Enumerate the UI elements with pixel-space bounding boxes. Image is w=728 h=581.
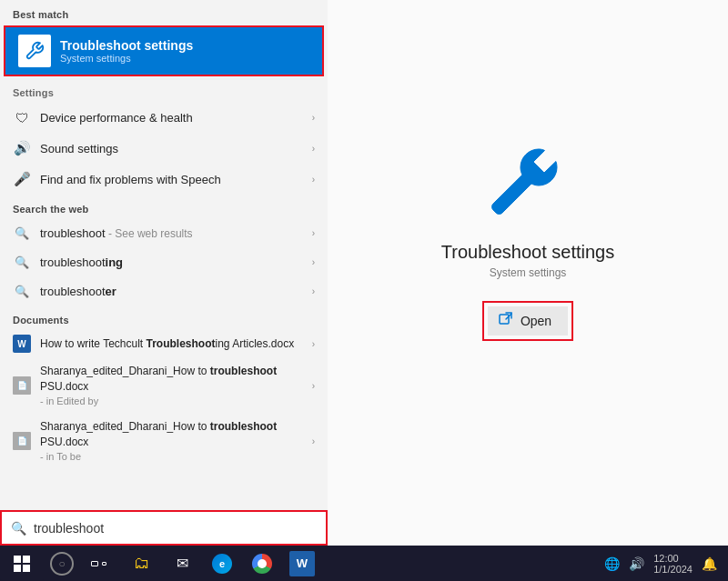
settings-item-device[interactable]: 🛡 Device performance & health › (0, 102, 328, 133)
svg-rect-3 (14, 565, 21, 572)
edge-button[interactable]: e (204, 547, 240, 580)
taskbar: ○ 🗂 ✉ e W 🌐 🔊 (0, 546, 728, 581)
documents-label: Documents (0, 306, 328, 329)
shield-icon: 🛡 (13, 108, 31, 126)
sound-settings-label: Sound settings (40, 142, 312, 155)
notification-icon[interactable]: 🔔 (698, 556, 721, 571)
mail-icon: ✉ (177, 555, 188, 572)
right-app-subtitle: System settings (490, 266, 567, 279)
open-button[interactable]: Open (488, 306, 568, 336)
sound-icon: 🔊 (13, 139, 31, 157)
chevron-icon: › (312, 175, 315, 185)
web-troubleshooter-text: troubleshooter (40, 285, 312, 298)
left-panel: Best match Troubleshoot settings System … (0, 0, 328, 546)
best-match-label: Best match (0, 0, 328, 24)
best-match-item[interactable]: Troubleshoot settings System settings (4, 25, 324, 76)
file-icon: 📄 (13, 432, 31, 450)
open-button-wrap: Open (482, 301, 573, 341)
chrome-button[interactable] (244, 547, 280, 580)
best-match-text: Troubleshoot settings System settings (60, 38, 193, 64)
chevron-icon: › (312, 339, 315, 349)
folder-icon: 🗂 (134, 554, 150, 573)
doc-item-sharanya1[interactable]: 📄 Sharanya_edited_Dharani_How to trouble… (0, 358, 328, 414)
doc-item-sharanya2[interactable]: 📄 Sharanya_edited_Dharani_How to trouble… (0, 414, 328, 469)
chevron-icon: › (312, 381, 315, 391)
web-item-troubleshooting[interactable]: 🔍 troubleshooting › (0, 247, 328, 276)
settings-label: Settings (0, 78, 328, 102)
search-icon: 🔍 (13, 224, 31, 242)
network-icon[interactable]: 🌐 (601, 556, 623, 571)
search-icon: 🔍 (13, 253, 31, 271)
chevron-icon: › (312, 113, 315, 123)
start-button[interactable] (0, 547, 44, 580)
search-web-label: Search the web (0, 195, 328, 218)
search-icon: 🔍 (13, 282, 31, 300)
best-match-icon (18, 35, 51, 67)
web-item-troubleshoot[interactable]: 🔍 troubleshoot - See web results › (0, 218, 328, 247)
cortana-icon: ○ (50, 552, 74, 576)
volume-icon[interactable]: 🔊 (625, 556, 648, 571)
web-troubleshoot-text: troubleshoot - See web results (40, 226, 312, 240)
settings-item-sound[interactable]: 🔊 Sound settings › (0, 133, 328, 164)
settings-section: Settings 🛡 Device performance & health ›… (0, 78, 328, 195)
open-label: Open (521, 314, 551, 328)
microphone-icon: 🎤 (13, 170, 31, 188)
best-match-title: Troubleshoot settings (60, 38, 193, 53)
settings-item-speech[interactable]: 🎤 Find and fix problems with Speech › (0, 164, 328, 195)
mail-button[interactable]: ✉ (164, 547, 200, 580)
word-doc-icon: W (13, 335, 31, 353)
svg-rect-2 (23, 556, 30, 563)
file-explorer-button[interactable]: 🗂 (124, 547, 160, 580)
doc-item-techcult[interactable]: W How to write Techcult Troubleshooting … (0, 329, 328, 358)
wrench-large-icon (482, 133, 573, 224)
chevron-icon: › (312, 144, 315, 154)
search-icon-left: 🔍 (11, 521, 26, 536)
right-panel: Troubleshoot settings System settings Op… (328, 0, 728, 546)
svg-rect-0 (500, 315, 509, 324)
right-app-title: Troubleshoot settings (441, 242, 614, 263)
search-bar[interactable]: 🔍 (0, 510, 328, 546)
chevron-icon: › (312, 286, 315, 296)
search-input[interactable] (34, 521, 317, 536)
doc-sharanya1-text: Sharanya_edited_Dharani_How to troublesh… (40, 364, 312, 408)
file-icon: 📄 (13, 376, 31, 395)
cortana-button[interactable]: ○ (44, 547, 80, 580)
web-troubleshooting-text: troubleshooting (40, 255, 312, 269)
device-perf-label: Device performance & health (40, 111, 312, 125)
speech-label: Find and fix problems with Speech (40, 173, 312, 186)
taskview-icon (91, 561, 106, 566)
word-button[interactable]: W (284, 547, 320, 580)
doc-techcult-text: How to write Techcult Troubleshooting Ar… (40, 336, 312, 352)
task-view-button[interactable] (80, 547, 116, 580)
chevron-icon: › (312, 257, 315, 267)
svg-rect-4 (23, 565, 30, 572)
best-match-subtitle: System settings (60, 53, 193, 64)
documents-section: Documents W How to write Techcult Troubl… (0, 306, 328, 469)
chevron-icon: › (312, 436, 315, 446)
web-item-troubleshooter[interactable]: 🔍 troubleshooter › (0, 276, 328, 306)
search-web-section: Search the web 🔍 troubleshoot - See web … (0, 195, 328, 306)
svg-rect-1 (14, 556, 21, 563)
doc-sharanya2-text: Sharanya_edited_Dharani_How to troublesh… (40, 419, 312, 464)
edge-icon: e (212, 554, 232, 574)
open-icon (499, 312, 513, 330)
taskbar-icons: 🗂 ✉ e W (116, 547, 593, 580)
chrome-icon (252, 554, 272, 574)
system-tray: 🌐 🔊 12:001/1/2024 🔔 (593, 553, 728, 575)
chevron-icon: › (312, 228, 315, 238)
word-icon: W (289, 551, 315, 576)
clock: 12:001/1/2024 (650, 553, 696, 575)
